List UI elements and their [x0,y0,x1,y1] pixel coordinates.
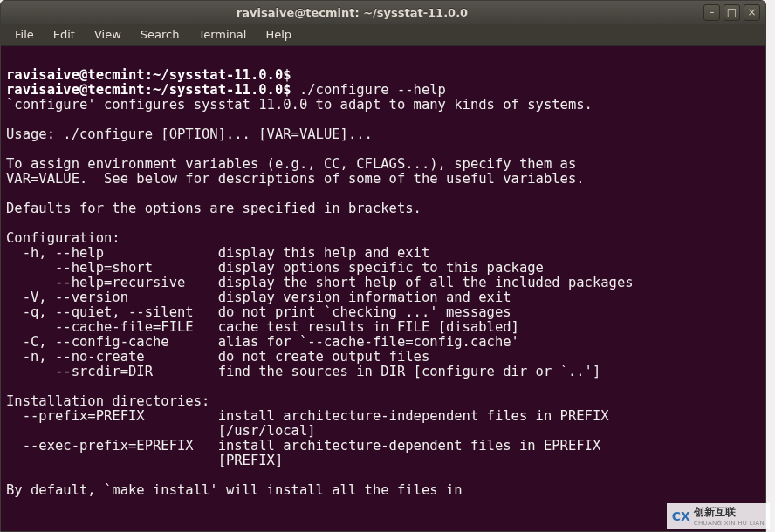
output-body: `configure' configures sysstat 11.0.0 to… [6,97,634,498]
menu-view[interactable]: View [86,25,130,44]
menu-help[interactable]: Help [257,25,300,44]
command-empty [291,67,299,83]
titlebar[interactable]: ravisaive@tecmint: ~/sysstat-11.0.0 – □ … [1,1,765,24]
close-button[interactable]: × [744,4,760,21]
shell-prompt: ravisaive@tecmint:~/sysstat-11.0.0$ [6,82,291,98]
maximize-button[interactable]: □ [724,4,740,21]
watermark-py: CHUANG XIN HU LIAN [694,520,765,527]
watermark: CX 创新互联 CHUANG XIN HU LIAN [667,503,770,529]
watermark-cn: 创新互联 [694,505,765,520]
maximize-icon: □ [727,6,737,18]
terminal-window: ravisaive@tecmint: ~/sysstat-11.0.0 – □ … [0,0,766,532]
menu-file[interactable]: File [6,25,43,44]
menu-terminal[interactable]: Terminal [189,25,255,44]
command-text: ./configure --help [291,82,446,98]
minimize-button[interactable]: – [703,4,720,21]
window-buttons: – □ × [703,4,760,21]
menu-search[interactable]: Search [132,25,189,44]
menu-edit[interactable]: Edit [45,25,84,44]
terminal-content[interactable]: ravisaive@tecmint:~/sysstat-11.0.0$ ravi… [6,53,760,498]
menubar: File Edit View Search Terminal Help [1,24,765,46]
watermark-logo: CX [672,509,690,523]
terminal-viewport[interactable]: ravisaive@tecmint:~/sysstat-11.0.0$ ravi… [1,46,765,531]
shell-prompt: ravisaive@tecmint:~/sysstat-11.0.0$ [6,67,291,83]
window-title: ravisaive@tecmint: ~/sysstat-11.0.0 [1,6,703,19]
minimize-icon: – [710,6,715,18]
close-icon: × [747,6,756,18]
